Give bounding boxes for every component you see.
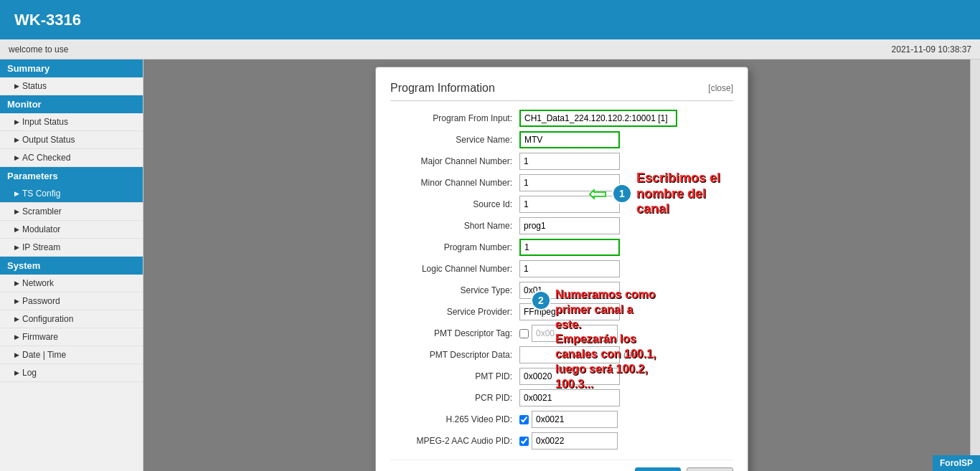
- service-type-label: Service Type:: [390, 285, 519, 295]
- form-row-pmt-descriptor-data: PMT Descriptor Data: (Hex): [390, 346, 733, 363]
- program-info-dialog: Program Information [close] Program From…: [375, 67, 748, 471]
- dialog-close-button[interactable]: [close]: [708, 83, 733, 93]
- dialog-title-text: Program Information: [390, 82, 495, 95]
- hex-label: (Hex): [623, 351, 643, 359]
- h265-video-pid-checkbox[interactable]: [519, 415, 529, 424]
- pmt-descriptor-data-label: PMT Descriptor Data:: [390, 350, 519, 360]
- source-id-field[interactable]: [519, 196, 620, 213]
- dialog-title-bar: Program Information [close]: [390, 82, 733, 101]
- pmt-pid-field[interactable]: [519, 368, 620, 385]
- logic-channel-field[interactable]: [519, 260, 620, 277]
- sidebar-item-log[interactable]: Log: [0, 364, 143, 382]
- form-row-program-number: Program Number:: [390, 239, 733, 256]
- form-row-source-id: Source Id:: [390, 196, 733, 213]
- bottom-logo: ForoISP: [933, 455, 980, 471]
- mpeg2-aac-field[interactable]: [532, 432, 618, 449]
- service-name-field[interactable]: [519, 131, 620, 148]
- sidebar-item-scrambler[interactable]: Scrambler: [0, 203, 143, 221]
- form-row-program-from-input: Program From Input:: [390, 110, 733, 127]
- sidebar: Summary Status Monitor Input Status Outp…: [0, 60, 143, 471]
- form-row-pcr-pid: PCR PID:: [390, 389, 733, 406]
- logic-channel-label: Logic Channel Number:: [390, 264, 519, 274]
- service-type-field[interactable]: [519, 282, 620, 299]
- sidebar-item-status[interactable]: Status: [0, 77, 143, 95]
- topbar: welcome to use 2021-11-09 10:38:37: [0, 39, 980, 60]
- scrollbar[interactable]: [970, 60, 980, 471]
- program-number-field[interactable]: [519, 239, 620, 256]
- mpeg2-aac-checkbox[interactable]: [519, 437, 529, 446]
- app-title: WK-3316: [14, 11, 81, 29]
- form-row-major-channel: Major Channel Number:: [390, 153, 733, 170]
- sidebar-item-ts-config[interactable]: TS Config: [0, 185, 143, 203]
- form-row-pmt-descriptor-tag: PMT Descriptor Tag:: [390, 325, 733, 342]
- program-number-label: Program Number:: [390, 242, 519, 252]
- welcome-text: welcome to use: [9, 44, 68, 54]
- program-from-input-label: Program From Input:: [390, 113, 519, 123]
- pmt-descriptor-tag-checkbox[interactable]: [519, 329, 529, 338]
- modal-overlay: Program Information [close] Program From…: [143, 60, 980, 471]
- major-channel-field[interactable]: [519, 153, 620, 170]
- program-from-input-field[interactable]: [519, 110, 677, 127]
- pmt-descriptor-tag-label: PMT Descriptor Tag:: [390, 328, 519, 338]
- form-row-h265-video-pid: H.265 Video PID:: [390, 411, 733, 428]
- datetime-text: 2021-11-09 10:38:37: [892, 44, 971, 54]
- form-row-minor-channel: Minor Channel Number:: [390, 174, 733, 191]
- form-row-mpeg2-aac: MPEG-2 AAC Audio PID:: [390, 432, 733, 449]
- mpeg2-aac-label: MPEG-2 AAC Audio PID:: [390, 436, 519, 446]
- short-name-field[interactable]: [519, 217, 620, 234]
- sidebar-item-ac-checked[interactable]: AC Checked: [0, 149, 143, 167]
- close-button[interactable]: Close: [687, 467, 733, 471]
- main-layout: Summary Status Monitor Input Status Outp…: [0, 60, 980, 471]
- dialog-footer: Apply Close: [390, 460, 733, 471]
- h265-video-pid-label: H.265 Video PID:: [390, 414, 519, 424]
- section-system: System: [0, 257, 143, 275]
- app-header: WK-3316: [0, 0, 980, 39]
- h265-video-pid-field[interactable]: [532, 411, 618, 428]
- pmt-descriptor-tag-field[interactable]: [532, 325, 618, 342]
- pmt-descriptor-tag-combo: [519, 325, 618, 342]
- mpeg2-aac-combo: [519, 432, 618, 449]
- sidebar-item-password[interactable]: Password: [0, 292, 143, 310]
- service-provider-field[interactable]: [519, 303, 620, 320]
- service-provider-label: Service Provider:: [390, 307, 519, 317]
- apply-button[interactable]: Apply: [635, 467, 681, 471]
- sidebar-item-modulator[interactable]: Modulator: [0, 221, 143, 239]
- sidebar-item-firmware[interactable]: Firmware: [0, 328, 143, 346]
- section-summary: Summary: [0, 60, 143, 77]
- sidebar-item-network[interactable]: Network: [0, 275, 143, 292]
- minor-channel-field[interactable]: [519, 174, 620, 191]
- form-row-pmt-pid: PMT PID:: [390, 368, 733, 385]
- sidebar-item-configuration[interactable]: Configuration: [0, 310, 143, 328]
- major-channel-label: Major Channel Number:: [390, 156, 519, 166]
- pcr-pid-field[interactable]: [519, 389, 620, 406]
- form-row-service-provider: Service Provider:: [390, 303, 733, 320]
- section-monitor: Monitor: [0, 95, 143, 113]
- sidebar-item-output-status[interactable]: Output Status: [0, 131, 143, 149]
- short-name-label: Short Name:: [390, 221, 519, 231]
- form-row-logic-channel: Logic Channel Number:: [390, 260, 733, 277]
- pcr-pid-label: PCR PID:: [390, 393, 519, 403]
- form-row-service-type: Service Type:: [390, 282, 733, 299]
- h265-video-pid-combo: [519, 411, 618, 428]
- service-name-label: Service Name:: [390, 135, 519, 145]
- sidebar-item-input-status[interactable]: Input Status: [0, 113, 143, 131]
- minor-channel-label: Minor Channel Number:: [390, 178, 519, 188]
- source-id-label: Source Id:: [390, 199, 519, 209]
- pmt-descriptor-data-field[interactable]: [519, 346, 620, 363]
- form-row-service-name: Service Name:: [390, 131, 733, 148]
- sidebar-item-datetime[interactable]: Date | Time: [0, 346, 143, 364]
- pmt-pid-label: PMT PID:: [390, 371, 519, 381]
- section-parameters: Parameters: [0, 167, 143, 185]
- sidebar-item-ip-stream[interactable]: IP Stream: [0, 239, 143, 257]
- form-row-short-name: Short Name:: [390, 217, 733, 234]
- content-area: Program Information [close] Program From…: [143, 60, 980, 471]
